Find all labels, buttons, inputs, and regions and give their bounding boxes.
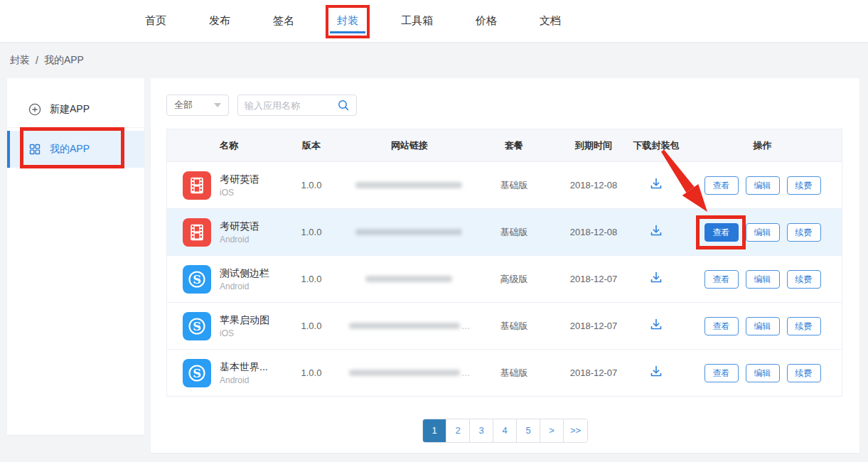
search-box bbox=[237, 95, 357, 116]
table-column-header: 版本 bbox=[274, 139, 349, 152]
website-link-cell: … bbox=[349, 368, 470, 378]
app-name-cell: S 基本世界... Android bbox=[167, 359, 274, 387]
sidebar-item-label: 新建APP bbox=[50, 103, 90, 116]
view-button[interactable]: 查看 bbox=[704, 176, 739, 195]
table-column-header: 名称 bbox=[167, 139, 274, 152]
sidebar: 新建APP 我的APP bbox=[7, 78, 144, 435]
download-icon[interactable] bbox=[648, 364, 664, 380]
nav-item[interactable]: 工具箱 bbox=[398, 0, 436, 42]
app-name-cell: S 考研英语 Android bbox=[167, 218, 274, 247]
pagination-page[interactable]: 5 bbox=[517, 419, 540, 442]
toolbar: 全部 bbox=[151, 78, 859, 116]
search-icon[interactable] bbox=[337, 99, 350, 112]
breadcrumb-current: 我的APP bbox=[44, 54, 84, 67]
actions-cell: 查看 编辑 续费 bbox=[683, 223, 842, 242]
nav-item[interactable]: 封装 bbox=[334, 0, 361, 42]
s-logo-icon: S bbox=[186, 269, 208, 290]
edit-button[interactable]: 编辑 bbox=[746, 317, 780, 335]
expiry-cell: 2018-12-07 bbox=[558, 367, 629, 378]
download-cell bbox=[629, 176, 683, 194]
nav-item-label: 首页 bbox=[145, 14, 166, 28]
renew-button[interactable]: 续费 bbox=[787, 364, 821, 382]
sidebar-item-new-app[interactable]: 新建APP bbox=[7, 91, 144, 128]
breadcrumb-section[interactable]: 封装 bbox=[10, 54, 30, 67]
pagination-page[interactable]: > bbox=[540, 419, 564, 442]
sidebar-item-my-app[interactable]: 我的APP bbox=[7, 131, 144, 168]
filter-selected-value: 全部 bbox=[174, 99, 193, 112]
filter-select[interactable]: 全部 bbox=[166, 95, 229, 116]
nav-item[interactable]: 签名 bbox=[270, 0, 297, 42]
version-cell: 1.0.0 bbox=[274, 227, 349, 237]
download-cell bbox=[629, 317, 683, 335]
main-panel: 全部 名称版本网站链接套餐到期时间下载封装包操作 bbox=[151, 78, 859, 453]
pagination-page[interactable]: >> bbox=[564, 419, 587, 442]
table-row: S 考研英语 Android 1.0.0 基础版 2018-12-08 bbox=[167, 208, 842, 255]
s-logo-icon: S bbox=[186, 362, 208, 384]
actions-cell: 查看 编辑 续费 bbox=[683, 176, 842, 195]
download-cell bbox=[629, 223, 683, 241]
download-cell bbox=[629, 270, 683, 288]
s-logo-icon: S bbox=[186, 316, 208, 337]
plan-cell: 基础版 bbox=[470, 179, 558, 192]
edit-button[interactable]: 编辑 bbox=[746, 270, 780, 289]
view-button[interactable]: 查看 bbox=[704, 270, 739, 289]
nav-item[interactable]: 发布 bbox=[206, 0, 233, 42]
table-column-header: 网站链接 bbox=[349, 139, 470, 152]
view-button[interactable]: 查看 bbox=[704, 317, 739, 335]
chevron-down-icon bbox=[214, 103, 221, 107]
version-cell: 1.0.0 bbox=[274, 180, 349, 190]
pagination-page[interactable]: 3 bbox=[470, 419, 493, 442]
renew-button[interactable]: 续费 bbox=[787, 270, 821, 289]
app-title: 苹果启动图 bbox=[220, 314, 269, 327]
renew-button[interactable]: 续费 bbox=[787, 223, 821, 242]
table-column-header: 下载封装包 bbox=[629, 139, 683, 152]
plan-cell: 基础版 bbox=[470, 320, 558, 333]
expiry-cell: 2018-12-07 bbox=[558, 321, 629, 331]
app-platform: Android bbox=[220, 375, 268, 385]
plan-cell: 基础版 bbox=[470, 226, 558, 239]
nav-item[interactable]: 首页 bbox=[142, 0, 169, 42]
table-column-header: 套餐 bbox=[470, 139, 558, 152]
view-button[interactable]: 查看 bbox=[704, 223, 739, 242]
svg-text:S: S bbox=[193, 366, 201, 380]
breadcrumb-separator: / bbox=[36, 55, 38, 66]
nav-item[interactable]: 文档 bbox=[537, 0, 564, 42]
renew-button[interactable]: 续费 bbox=[787, 317, 821, 335]
pagination-page[interactable]: 2 bbox=[446, 419, 470, 442]
website-link-cell: … bbox=[349, 321, 470, 331]
nav-list: 首页 发布 签名 封装 工具箱 价格 文档 bbox=[142, 0, 564, 42]
actions-cell: 查看 编辑 续费 bbox=[683, 270, 842, 289]
edit-button[interactable]: 编辑 bbox=[746, 176, 780, 195]
website-link-cell bbox=[349, 276, 470, 282]
download-cell bbox=[629, 364, 683, 382]
download-icon[interactable] bbox=[648, 223, 664, 239]
app-platform: Android bbox=[220, 281, 269, 291]
website-link-cell bbox=[349, 229, 470, 235]
version-cell: 1.0.0 bbox=[274, 274, 349, 284]
app-platform: Android bbox=[220, 235, 259, 245]
download-icon[interactable] bbox=[648, 176, 664, 192]
edit-button[interactable]: 编辑 bbox=[746, 223, 780, 242]
pagination: 12345>>> bbox=[422, 419, 588, 443]
renew-button[interactable]: 续费 bbox=[787, 176, 821, 195]
link-ellipsis: … bbox=[461, 321, 470, 331]
table-column-header: 操作 bbox=[683, 139, 842, 152]
nav-item[interactable]: 价格 bbox=[473, 0, 500, 42]
film-icon bbox=[186, 222, 208, 243]
redacted-link-bar bbox=[349, 323, 460, 329]
link-ellipsis: … bbox=[461, 368, 470, 378]
top-nav: 首页 发布 签名 封装 工具箱 价格 文档 bbox=[0, 0, 868, 43]
pagination-page[interactable]: 4 bbox=[493, 419, 517, 442]
redacted-link-bar bbox=[355, 229, 462, 235]
download-icon[interactable] bbox=[648, 270, 664, 286]
pagination-page[interactable]: 1 bbox=[423, 419, 446, 442]
app-title: 考研英语 bbox=[220, 173, 259, 186]
edit-button[interactable]: 编辑 bbox=[746, 364, 780, 382]
download-icon[interactable] bbox=[648, 317, 664, 333]
expiry-cell: 2018-12-08 bbox=[558, 180, 629, 190]
sidebar-item-label: 我的APP bbox=[50, 143, 90, 156]
search-input[interactable] bbox=[245, 100, 337, 111]
svg-text:S: S bbox=[193, 272, 201, 286]
expiry-cell: 2018-12-08 bbox=[558, 227, 629, 237]
view-button[interactable]: 查看 bbox=[704, 364, 739, 382]
